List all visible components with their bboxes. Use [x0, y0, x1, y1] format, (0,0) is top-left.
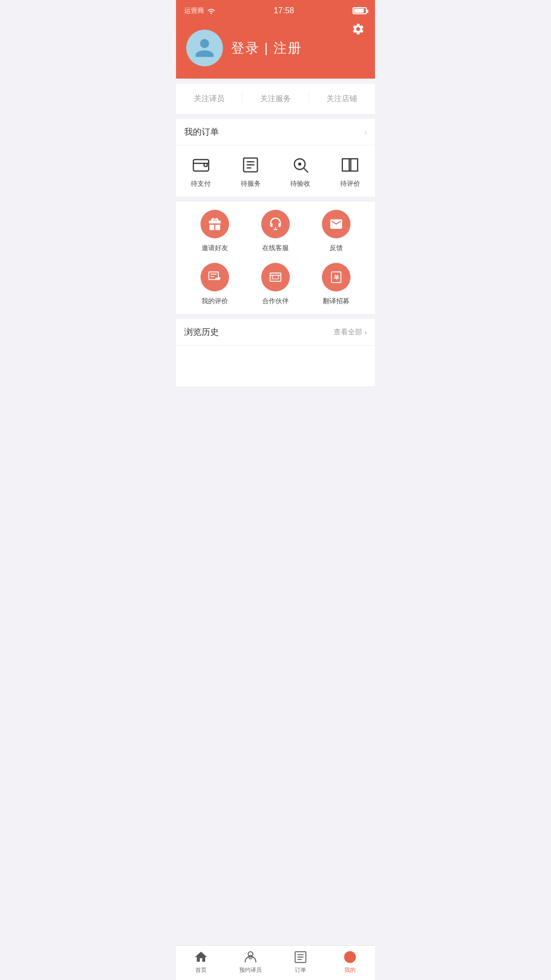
recruit-icon: 单	[322, 263, 350, 291]
tools-grid: 邀请好友 在线客服	[184, 210, 367, 306]
main-content: 关注译员 关注服务 关注店铺 我的订单 › 待支付	[176, 79, 375, 397]
orders-arrow-icon[interactable]: ›	[364, 128, 367, 137]
svg-point-12	[275, 227, 276, 228]
svg-rect-16	[270, 273, 281, 281]
wallet-icon	[192, 156, 210, 174]
pending-payment-label: 待支付	[191, 179, 211, 188]
partner-icon	[261, 263, 290, 291]
history-card: 浏览历史 查看全部 ›	[176, 319, 375, 386]
my-review-button[interactable]: 我的评价	[184, 263, 245, 306]
login-register-text[interactable]: 登录 | 注册	[231, 39, 302, 57]
settings-button[interactable]	[352, 22, 365, 39]
header: 登录 | 注册	[176, 20, 375, 79]
invite-friends-button[interactable]: 邀请好友	[184, 210, 245, 253]
follow-service-tab[interactable]: 关注服务	[242, 92, 309, 106]
follow-translator-tab[interactable]: 关注译员	[176, 92, 242, 106]
svg-point-9	[298, 163, 301, 166]
svg-line-8	[304, 168, 308, 173]
view-all-arrow-icon: ›	[364, 328, 367, 336]
svg-rect-17	[272, 276, 279, 279]
status-bar: 运营商 17:58	[176, 0, 375, 20]
pending-review-button[interactable]: 待验收	[276, 156, 325, 188]
pending-service-button[interactable]: 待服务	[226, 156, 276, 188]
recruit-button[interactable]: 单 翻译招募	[306, 263, 367, 306]
status-time: 17:58	[273, 6, 294, 15]
carrier-text: 运营商	[184, 6, 204, 15]
my-review-label: 我的评价	[202, 297, 228, 306]
follow-tabs: 关注译员 关注服务 关注店铺	[176, 84, 375, 114]
partner-label: 合作伙伴	[262, 297, 289, 306]
pending-service-label: 待服务	[241, 179, 261, 188]
follow-tabs-card: 关注译员 关注服务 关注店铺	[176, 84, 375, 114]
orders-card: 我的订单 › 待支付 待服务	[176, 119, 375, 197]
follow-shop-tab[interactable]: 关注店铺	[309, 92, 375, 106]
feedback-label: 反馈	[330, 243, 343, 253]
wifi-icon	[207, 7, 215, 14]
history-title: 浏览历史	[184, 326, 219, 338]
invite-friends-label: 邀请好友	[202, 243, 228, 253]
pending-evaluate-button[interactable]: 待评价	[325, 156, 375, 188]
svg-text:单: 单	[334, 274, 340, 280]
review-icon	[201, 263, 229, 291]
list-icon	[241, 156, 260, 174]
history-header: 浏览历史 查看全部 ›	[176, 319, 375, 346]
status-right	[353, 7, 367, 14]
headset-icon	[261, 210, 290, 238]
feedback-icon	[322, 210, 350, 238]
recruit-label: 翻译招募	[323, 297, 349, 306]
pending-evaluate-label: 待评价	[340, 179, 360, 188]
order-icons-row: 待支付 待服务 待验收	[176, 145, 375, 197]
customer-service-button[interactable]: 在线客服	[245, 210, 306, 253]
view-all-button[interactable]: 查看全部 ›	[334, 328, 367, 337]
battery-icon	[353, 7, 367, 14]
orders-header: 我的订单 ›	[176, 119, 375, 145]
feedback-button[interactable]: 反馈	[306, 210, 367, 253]
book-open-icon	[341, 156, 359, 174]
gift-icon	[201, 210, 229, 238]
pending-payment-button[interactable]: 待支付	[176, 156, 226, 188]
avatar[interactable]	[186, 30, 223, 66]
history-content	[176, 346, 375, 386]
customer-service-label: 在线客服	[262, 243, 289, 253]
status-left: 运营商	[184, 6, 215, 15]
orders-title: 我的订单	[184, 126, 219, 138]
tools-card: 邀请好友 在线客服	[176, 202, 375, 314]
pending-review-label: 待验收	[290, 179, 310, 188]
svg-rect-0	[193, 160, 209, 172]
profile-section: 登录 | 注册	[186, 26, 365, 66]
partner-button[interactable]: 合作伙伴	[245, 263, 306, 306]
search-check-icon	[291, 156, 310, 174]
view-all-text: 查看全部	[334, 328, 362, 337]
